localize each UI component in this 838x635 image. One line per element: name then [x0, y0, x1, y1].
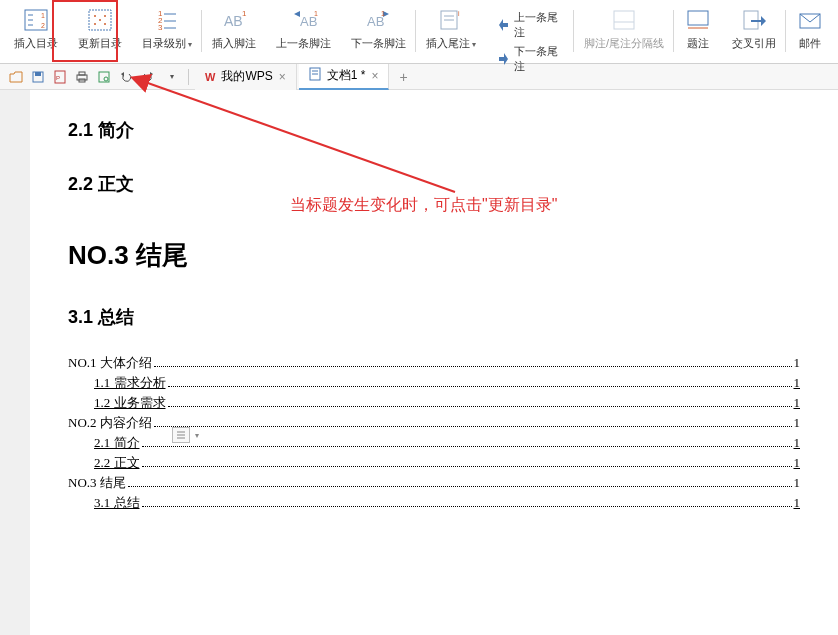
svg-point-10 — [94, 23, 96, 25]
toc-row[interactable]: 3.1 总结1 — [94, 493, 800, 513]
svg-text:1: 1 — [41, 12, 45, 19]
left-gutter — [0, 90, 30, 635]
next-footnote-icon: AB1 — [365, 6, 393, 34]
svg-point-11 — [104, 23, 106, 25]
toc-row[interactable]: 1.2 业务需求1 — [94, 393, 800, 413]
insert-footnote-icon: AB1 — [220, 6, 248, 34]
toc-level-label: 目录级别▾ — [142, 36, 192, 51]
close-icon[interactable]: × — [279, 70, 286, 84]
toc-level-icon: 123 — [153, 6, 181, 34]
document-area: 2.1 简介 2.2 正文 NO.3 结尾 3.1 总结 NO.1 大体介绍11… — [30, 90, 838, 635]
workspace: 2.1 简介 2.2 正文 NO.3 结尾 3.1 总结 NO.1 大体介绍11… — [0, 90, 838, 635]
toc-page: 1 — [794, 453, 801, 473]
svg-rect-28 — [614, 11, 634, 29]
svg-text:1: 1 — [381, 10, 385, 17]
endnote-nav-group: 上一条尾注 下一条尾注 — [486, 2, 574, 60]
next-arrow-icon — [496, 51, 510, 67]
tab-doc1[interactable]: 文档1 * × — [299, 64, 390, 90]
doc-icon — [309, 67, 321, 84]
cross-ref-label: 交叉引用 — [732, 36, 776, 51]
insert-toc-label: 插入目录 — [14, 36, 58, 51]
svg-rect-39 — [79, 72, 85, 75]
wps-logo-icon: W — [205, 71, 215, 83]
svg-point-9 — [104, 15, 106, 17]
prev-footnote-icon: AB1 — [290, 6, 318, 34]
insert-footnote-label: 插入脚注 — [212, 36, 256, 51]
next-footnote-label: 下一条脚注 — [351, 36, 406, 51]
svg-text:i: i — [458, 10, 460, 17]
toc-leader — [142, 446, 792, 447]
heading-2-2: 2.2 正文 — [68, 172, 800, 196]
svg-text:3: 3 — [158, 23, 163, 32]
preview-icon[interactable] — [94, 67, 114, 87]
endnote-stack: 上一条尾注 下一条尾注 — [492, 8, 568, 76]
redo-icon[interactable] — [138, 67, 158, 87]
toc-level-button[interactable]: 123 目录级别▾ — [138, 4, 196, 53]
update-toc-icon — [86, 6, 114, 34]
toc-label: NO.1 大体介绍 — [68, 353, 152, 373]
insert-toc-icon: 12 — [22, 6, 50, 34]
toc-label: 1.1 需求分析 — [94, 373, 166, 393]
toc-row[interactable]: NO.3 结尾1 — [68, 473, 800, 493]
toc-label: NO.3 结尾 — [68, 473, 126, 493]
cross-ref-button[interactable]: 交叉引用 — [728, 4, 780, 53]
svg-point-8 — [99, 19, 101, 21]
tab-wps-home[interactable]: W 我的WPS × — [195, 64, 297, 90]
insert-endnote-button[interactable]: i 插入尾注▾ — [422, 4, 480, 53]
toc-options-button[interactable] — [172, 427, 190, 443]
toc-leader — [168, 406, 792, 407]
chevron-down-icon: ▾ — [472, 40, 476, 49]
print-icon[interactable] — [72, 67, 92, 87]
document-page[interactable]: 2.1 简介 2.2 正文 NO.3 结尾 3.1 总结 NO.1 大体介绍11… — [30, 90, 838, 635]
next-endnote-button[interactable]: 下一条尾注 — [492, 42, 568, 76]
ribbon-toolbar: 12 插入目录 更新目录 123 目录级别▾ AB1 插入脚注 — [0, 0, 838, 64]
mail-button[interactable]: 邮件 — [792, 4, 828, 53]
toc-row[interactable]: 2.1 简介1 — [94, 433, 800, 453]
insert-toc-button[interactable]: 12 插入目录 — [10, 4, 62, 53]
svg-text:2: 2 — [41, 22, 45, 29]
update-toc-button[interactable]: 更新目录 — [74, 4, 126, 53]
toc-row[interactable]: 2.2 正文1 — [94, 453, 800, 473]
save-icon[interactable] — [28, 67, 48, 87]
next-endnote-label: 下一条尾注 — [514, 44, 564, 74]
toc-row[interactable]: NO.1 大体介绍1 — [68, 353, 800, 373]
svg-text:AB: AB — [224, 13, 243, 29]
toc-label: 2.2 正文 — [94, 453, 140, 473]
separator — [188, 69, 189, 85]
caption-label: 题注 — [687, 36, 709, 51]
toc-label: 1.2 业务需求 — [94, 393, 166, 413]
toc-leader — [128, 486, 792, 487]
toc-row[interactable]: 1.1 需求分析1 — [94, 373, 800, 393]
update-toc-label: 更新目录 — [78, 36, 122, 51]
close-icon[interactable]: × — [371, 69, 378, 83]
caption-group: 题注 — [674, 2, 722, 60]
qat-dropdown-icon[interactable]: ▾ — [162, 67, 182, 87]
caption-icon — [684, 6, 712, 34]
cross-ref-group: 交叉引用 — [722, 2, 786, 60]
toc-page: 1 — [794, 373, 801, 393]
svg-point-42 — [104, 77, 108, 81]
sep-line-group: 脚注/尾注分隔线 — [574, 2, 674, 60]
chevron-down-icon: ▾ — [188, 40, 192, 49]
quick-access-bar: P ▾ W 我的WPS × 文档1 * × + — [0, 64, 838, 90]
add-tab-button[interactable]: + — [391, 69, 415, 85]
toc-label: 3.1 总结 — [94, 493, 140, 513]
update-toc-group: 更新目录 — [68, 2, 132, 60]
svg-text:1: 1 — [242, 9, 247, 18]
caption-button[interactable]: 题注 — [680, 4, 716, 53]
toc-label: 2.1 简介 — [94, 433, 140, 453]
open-icon[interactable] — [6, 67, 26, 87]
prev-footnote-label: 上一条脚注 — [276, 36, 331, 51]
toc-leader — [154, 366, 792, 367]
undo-icon[interactable] — [116, 67, 136, 87]
toc-leader — [168, 386, 792, 387]
next-footnote-button[interactable]: AB1 下一条脚注 — [347, 4, 410, 53]
svg-point-7 — [94, 15, 96, 17]
prev-footnote-group: AB1 上一条脚注 — [266, 2, 341, 60]
pdf-icon[interactable]: P — [50, 67, 70, 87]
prev-footnote-button[interactable]: AB1 上一条脚注 — [272, 4, 335, 53]
heading-2-1: 2.1 简介 — [68, 118, 800, 142]
prev-endnote-button[interactable]: 上一条尾注 — [492, 8, 568, 42]
prev-arrow-icon — [496, 17, 510, 33]
insert-footnote-button[interactable]: AB1 插入脚注 — [208, 4, 260, 53]
